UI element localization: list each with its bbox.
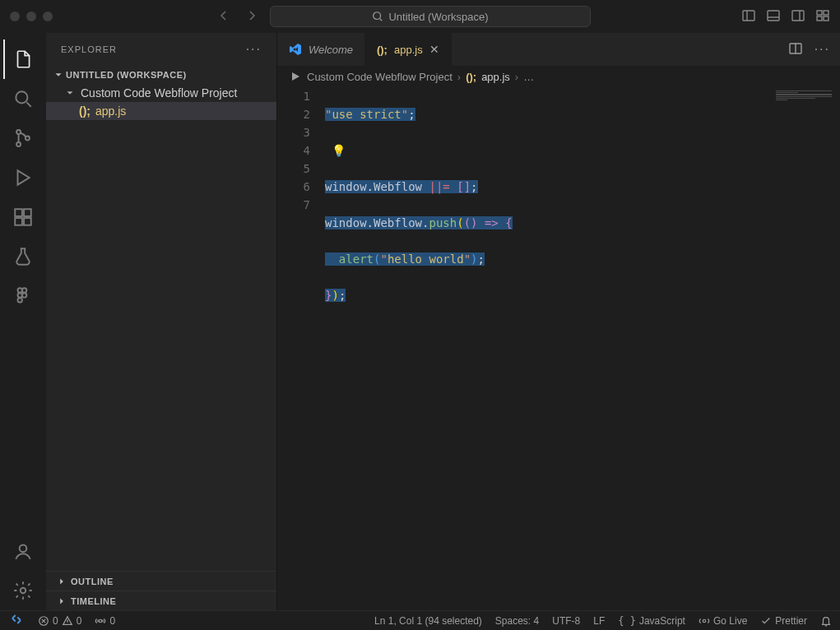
lightbulb-icon[interactable]: 💡 — [325, 144, 346, 157]
svg-point-11 — [26, 137, 30, 141]
svg-point-22 — [20, 544, 27, 552]
close-tab-icon[interactable]: ✕ — [429, 43, 439, 56]
minimize-window-button[interactable] — [26, 12, 36, 21]
file-app-js[interactable]: (); app.js — [46, 102, 276, 120]
nav-back-button[interactable] — [217, 9, 230, 25]
search-view-icon[interactable] — [3, 79, 43, 118]
svg-point-8 — [16, 91, 27, 103]
svg-point-26 — [100, 619, 103, 623]
breadcrumb-file[interactable]: app.js — [481, 71, 510, 83]
svg-rect-2 — [768, 11, 779, 21]
settings-gear-icon[interactable] — [3, 571, 43, 610]
svg-point-10 — [16, 142, 21, 146]
notifications-icon[interactable] — [820, 615, 832, 627]
folder-custom-code-webflow[interactable]: Custom Code Webflow Project — [46, 84, 276, 102]
go-live-button[interactable]: Go Live — [698, 615, 747, 627]
toggle-primary-sidebar-icon[interactable] — [741, 8, 756, 25]
js-file-icon: (); — [377, 44, 388, 56]
customize-layout-icon[interactable] — [815, 8, 830, 25]
activity-bar — [0, 33, 46, 610]
tab-app-js[interactable]: (); app.js ✕ — [365, 33, 452, 66]
extensions-view-icon[interactable] — [3, 197, 43, 237]
folder-label: Custom Code Webflow Project — [81, 86, 237, 100]
explorer-view-icon[interactable] — [3, 39, 43, 79]
explorer-more-actions[interactable]: ··· — [246, 42, 262, 57]
language-mode[interactable]: { } JavaScript — [618, 615, 685, 627]
chevron-right-icon — [56, 576, 67, 587]
svg-rect-5 — [824, 11, 828, 15]
cursor-position[interactable]: Ln 1, Col 1 (94 selected) — [374, 615, 482, 627]
svg-point-20 — [22, 293, 26, 297]
editor-tabs: Welcome (); app.js ✕ ··· — [277, 33, 840, 66]
svg-rect-14 — [15, 218, 22, 225]
vscode-icon — [289, 43, 302, 56]
explorer-title: EXPLORER — [61, 44, 117, 54]
chevron-right-icon — [56, 595, 67, 607]
tab-app-label: app.js — [394, 44, 423, 56]
tab-welcome[interactable]: Welcome — [277, 33, 365, 66]
check-icon — [760, 615, 772, 627]
svg-point-27 — [703, 619, 706, 623]
encoding-status[interactable]: UTF-8 — [552, 615, 580, 627]
toggle-panel-icon[interactable] — [766, 8, 781, 25]
broadcast-icon — [698, 615, 710, 627]
problems-indicator[interactable]: 0 0 — [38, 615, 81, 627]
minimap[interactable] — [776, 90, 832, 100]
code-content[interactable]: "use strict"; 💡 window.Webflow ||= []; w… — [325, 87, 840, 610]
svg-point-9 — [16, 130, 21, 134]
nav-forward-button[interactable] — [245, 9, 258, 25]
breadcrumb[interactable]: Custom Code Webflow Project › (); app.js… — [277, 66, 840, 87]
chevron-down-icon — [64, 87, 76, 99]
chevron-right-icon: › — [515, 71, 518, 83]
timeline-section[interactable]: TIMELINE — [46, 591, 276, 610]
svg-rect-1 — [743, 11, 754, 21]
svg-rect-3 — [792, 11, 804, 21]
outline-label: OUTLINE — [71, 577, 114, 586]
close-window-button[interactable] — [10, 12, 20, 21]
accounts-icon[interactable] — [3, 531, 43, 571]
svg-rect-13 — [15, 209, 22, 216]
breadcrumb-folder[interactable]: Custom Code Webflow Project — [307, 71, 452, 83]
chevron-down-icon — [53, 69, 64, 81]
nav-arrows — [217, 9, 258, 25]
figma-view-icon[interactable] — [3, 276, 43, 316]
titlebar: Untitled (Workspace) — [0, 0, 840, 33]
editor-more-actions[interactable]: ··· — [814, 42, 830, 57]
window-controls — [10, 12, 53, 21]
run-debug-view-icon[interactable] — [3, 158, 43, 197]
play-icon — [289, 70, 302, 83]
command-center[interactable]: Untitled (Workspace) — [270, 6, 591, 27]
svg-point-23 — [21, 588, 26, 594]
indentation-status[interactable]: Spaces: 4 — [495, 615, 539, 627]
source-control-view-icon[interactable] — [3, 118, 43, 158]
svg-rect-4 — [817, 11, 822, 15]
file-label: app.js — [95, 104, 126, 118]
status-bar: 0 0 0 Ln 1, Col 1 (94 selected) Spaces: … — [0, 610, 840, 630]
split-editor-icon[interactable] — [788, 41, 803, 58]
workspace-root[interactable]: UNTITLED (WORKSPACE) — [46, 66, 276, 84]
prettier-status[interactable]: Prettier — [760, 615, 807, 627]
outline-section[interactable]: OUTLINE — [46, 571, 276, 591]
js-file-icon: (); — [466, 71, 476, 83]
toggle-secondary-sidebar-icon[interactable] — [791, 8, 805, 25]
tab-welcome-label: Welcome — [309, 44, 353, 56]
line-gutter: 1 2 3 4 5 6 7 — [277, 87, 325, 610]
chevron-right-icon: › — [457, 71, 461, 83]
explorer-sidebar: EXPLORER ··· UNTITLED (WORKSPACE) Custom… — [46, 33, 276, 610]
eol-status[interactable]: LF — [593, 615, 605, 627]
search-icon — [372, 11, 383, 22]
testing-view-icon[interactable] — [3, 237, 43, 276]
ports-indicator[interactable]: 0 — [95, 615, 115, 627]
svg-rect-6 — [817, 16, 822, 21]
command-center-label: Untitled (Workspace) — [388, 11, 488, 23]
remote-indicator[interactable] — [8, 611, 25, 630]
svg-point-18 — [22, 288, 26, 292]
svg-rect-7 — [824, 16, 828, 21]
maximize-window-button[interactable] — [43, 12, 53, 21]
svg-rect-16 — [24, 209, 31, 216]
editor-area: Welcome (); app.js ✕ ··· Custom Code Web… — [276, 33, 840, 610]
breadcrumb-more[interactable]: … — [523, 71, 534, 83]
js-file-icon: (); — [79, 104, 90, 118]
code-editor[interactable]: 1 2 3 4 5 6 7 "use strict"; 💡 window.Web… — [277, 87, 840, 610]
svg-rect-15 — [24, 218, 31, 225]
